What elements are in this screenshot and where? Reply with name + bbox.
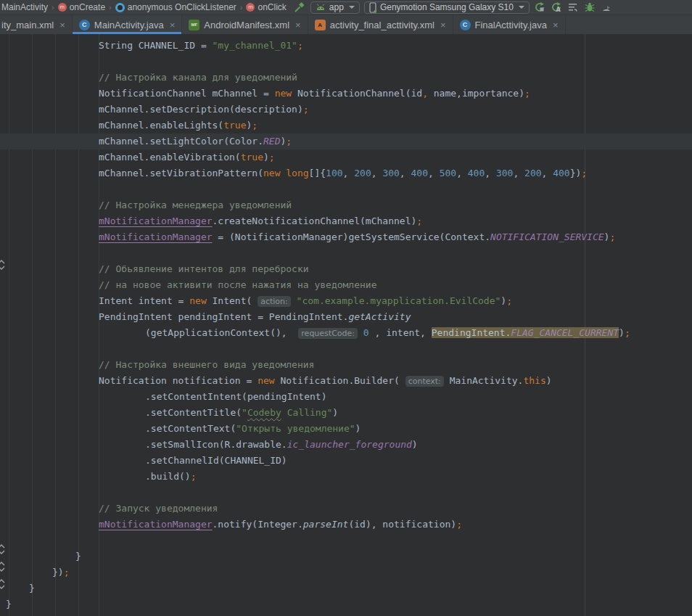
breadcrumb-separator: › — [52, 3, 54, 12]
code-line[interactable]: .setChannelId(CHANNEL_ID) — [0, 453, 692, 469]
code-line[interactable] — [0, 54, 692, 70]
code-line[interactable]: // Настройка менеджера уведомлений — [0, 197, 692, 213]
code-token: new — [275, 88, 292, 99]
code-line[interactable]: String CHANNEL_ID = "my_channel_01"; — [0, 38, 692, 54]
code-line[interactable]: Notification notification = new Notifica… — [0, 373, 692, 389]
code-token: new — [263, 168, 280, 178]
toolbar-actions: app Genymotion Samsung Galaxy S10 — [294, 1, 607, 14]
code-line[interactable]: .setContentText("Открыть уведомление") — [0, 421, 692, 437]
code-token: ; — [506, 295, 512, 306]
breadcrumb-item-onclick[interactable]: m onClick — [246, 2, 286, 12]
tab-mainactivity-java[interactable]: C MainActivity.java × — [73, 15, 182, 34]
code-line[interactable]: mNotificationManager.notify(Integer.pars… — [0, 517, 692, 533]
tab-label: activity_final_acttivity.xml — [330, 20, 434, 30]
layout-xml-file-icon: A — [315, 20, 326, 30]
code-line[interactable]: PendingIntent pendingIntent = PendingInt… — [0, 309, 692, 325]
code-token: mChannel.enableLights( — [99, 120, 223, 131]
code-token: ; — [297, 40, 303, 51]
code-token: (getApplicationContext(), — [145, 327, 298, 338]
code-line[interactable]: mNotificationManager.createNotificationC… — [0, 213, 692, 229]
code-token: 200 — [354, 168, 371, 178]
code-token: ; — [625, 327, 630, 338]
apply-code-changes-icon[interactable]: A — [551, 1, 563, 14]
code-line[interactable] — [0, 181, 692, 197]
apply-changes-icon[interactable] — [534, 1, 546, 14]
code-line[interactable]: // Настройка канала для уведомлений — [0, 70, 692, 86]
code-line[interactable] — [0, 485, 692, 501]
close-icon[interactable]: × — [59, 20, 65, 30]
device-selector[interactable]: Genymotion Samsung Galaxy S10 — [364, 1, 530, 14]
breadcrumb-item-class[interactable]: MainActivity — [1, 2, 48, 12]
code-token: Codeby — [247, 407, 281, 418]
code-line[interactable]: Intent intent = new Intent( action: "com… — [0, 293, 692, 309]
code-line[interactable]: mChannel.enableVibration(true); — [0, 149, 692, 165]
close-icon[interactable]: × — [440, 20, 446, 30]
code-token: ) — [355, 423, 361, 434]
debug-icon[interactable] — [584, 1, 596, 14]
breadcrumb-label: onCreate — [70, 2, 105, 12]
code-line[interactable]: // на новое активити после нажатия на ув… — [0, 277, 692, 293]
tab-activity-main-xml[interactable]: ity_main.xml × — [0, 15, 73, 34]
code-token: , — [371, 168, 383, 178]
code-area[interactable]: String CHANNEL_ID = "my_channel_01";// Н… — [0, 38, 692, 612]
code-line[interactable]: .setSmallIcon(R.drawable.ic_launcher_for… — [0, 437, 692, 453]
code-token: 300 — [382, 168, 399, 178]
code-line[interactable]: } — [0, 549, 692, 564]
phone-icon — [369, 2, 376, 13]
code-line[interactable] — [0, 341, 692, 357]
profile-icon[interactable] — [601, 1, 613, 14]
code-token: ; — [524, 88, 530, 99]
code-line[interactable]: .setContentIntent(pendingIntent) — [0, 389, 692, 405]
code-token: ; — [286, 136, 292, 147]
code-line[interactable]: .build(); — [0, 469, 692, 485]
breadcrumb-item-oncreate[interactable]: m onCreate — [58, 2, 105, 12]
breadcrumb: MainActivity › m onCreate › anonymous On… — [0, 2, 287, 12]
device-selector-label: Genymotion Samsung Galaxy S10 — [380, 2, 514, 12]
code-line[interactable] — [0, 245, 692, 261]
code-token: String CHANNEL_ID = — [99, 40, 213, 51]
code-line[interactable] — [0, 533, 692, 549]
list-icon[interactable] — [567, 1, 580, 14]
code-token: } — [6, 599, 12, 609]
app-module-selector[interactable]: app — [310, 1, 360, 14]
build-hammer-icon[interactable] — [294, 1, 306, 14]
code-token: ; — [609, 231, 615, 242]
code-line[interactable]: mNotificationManager = (NotificationMana… — [0, 229, 692, 245]
code-token: requestCode: — [298, 328, 358, 339]
code-token: Intent intent = — [99, 295, 189, 306]
breadcrumb-item-anonymous-listener[interactable]: anonymous OnClickListener — [115, 2, 236, 12]
close-icon[interactable]: × — [170, 20, 176, 30]
code-line[interactable]: mChannel.enableLights(true); — [0, 118, 692, 134]
code-line[interactable]: // Настройка внешнего вида уведомления — [0, 357, 692, 373]
code-token: ; — [269, 152, 275, 163]
code-token: parseInt — [303, 519, 349, 530]
close-icon[interactable]: × — [295, 20, 301, 30]
svg-text:A: A — [556, 7, 561, 13]
code-line[interactable]: mChannel.setDescription(description); — [0, 102, 692, 118]
breadcrumb-separator: › — [109, 3, 112, 12]
code-token: // Настройка менеджера уведомлений — [99, 200, 292, 210]
code-line-current[interactable]: mChannel.setLightColor(Color.RED); — [0, 134, 692, 149]
code-line[interactable]: // Обьявление интентов для переброски — [0, 261, 692, 277]
code-line[interactable]: (getApplicationContext(), requestCode: 0… — [0, 325, 692, 341]
code-token: ) — [332, 407, 338, 418]
code-line[interactable]: } — [0, 580, 692, 596]
code-token: action: — [258, 296, 291, 307]
code-line[interactable]: } — [0, 596, 692, 612]
tab-activity-final-acttivity-xml[interactable]: A activity_final_acttivity.xml × — [308, 15, 453, 34]
code-line[interactable]: // Запуск уведомления — [0, 501, 692, 517]
editor[interactable]: String CHANNEL_ID = "my_channel_01";// Н… — [0, 34, 692, 616]
code-line[interactable]: mChannel.setVibrationPattern(new long[]{… — [0, 165, 692, 181]
code-line[interactable]: }); — [0, 564, 692, 580]
code-token: mChannel.setVibrationPattern( — [99, 168, 263, 178]
code-token: 400 — [468, 168, 485, 178]
close-icon[interactable]: × — [553, 20, 559, 30]
code-token: .setChannelId(CHANNEL_ID) — [145, 455, 287, 466]
tab-androidmanifest-xml[interactable]: MF AndroidManifest.xml × — [182, 15, 308, 34]
code-token: ic_launcher_foreground — [287, 439, 412, 450]
code-line[interactable]: .setContentTitle("Codeby Calling") — [0, 405, 692, 421]
code-token: Calling" — [281, 407, 332, 418]
code-line[interactable]: NotificationChannel mChannel = new Notif… — [0, 86, 692, 102]
code-token — [291, 295, 297, 306]
tab-finalacttivity-java[interactable]: C FinalActtivity.java × — [453, 15, 566, 34]
